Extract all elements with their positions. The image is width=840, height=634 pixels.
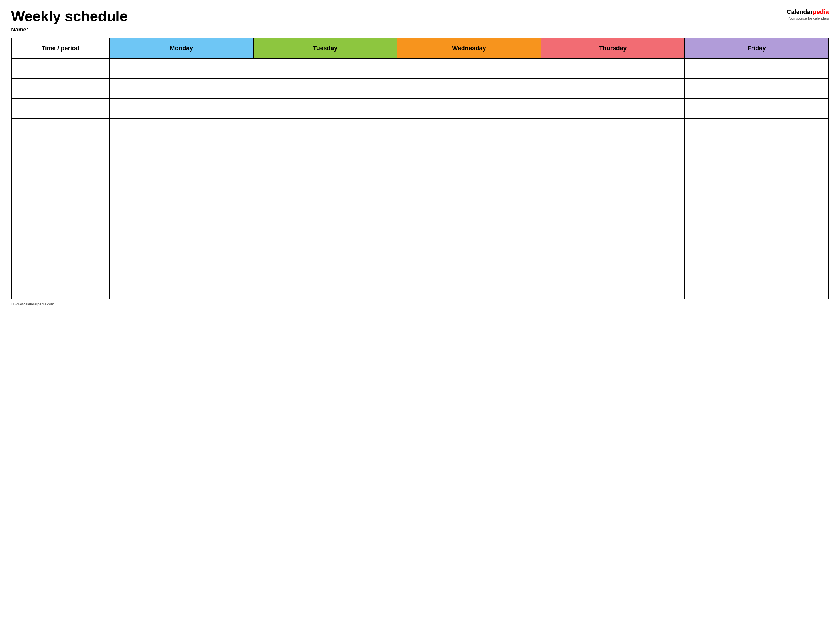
cell-row11-col2[interactable] [109,259,253,279]
title-section: Weekly schedule Name: [11,8,128,33]
cell-row11-col6[interactable] [685,259,829,279]
cell-row1-col6[interactable] [685,58,829,78]
cell-row3-col6[interactable] [685,98,829,118]
table-row [11,179,829,199]
cell-row8-col3[interactable] [253,199,397,219]
cell-row9-col6[interactable] [685,219,829,239]
cell-row3-col2[interactable] [109,98,253,118]
cell-row7-col1[interactable] [11,179,109,199]
cell-row8-col5[interactable] [541,199,685,219]
table-header-row: Time / period Monday Tuesday Wednesday T… [11,38,829,58]
cell-row4-col4[interactable] [397,118,541,139]
cell-row12-col3[interactable] [253,279,397,299]
footer: © www.calendarpedia.com [11,302,829,306]
cell-row8-col1[interactable] [11,199,109,219]
table-row [11,78,829,98]
cell-row10-col3[interactable] [253,239,397,259]
header-thursday: Thursday [541,38,685,58]
header-wednesday: Wednesday [397,38,541,58]
cell-row2-col6[interactable] [685,78,829,98]
cell-row8-col6[interactable] [685,199,829,219]
cell-row4-col1[interactable] [11,118,109,139]
cell-row2-col3[interactable] [253,78,397,98]
cell-row10-col2[interactable] [109,239,253,259]
cell-row4-col6[interactable] [685,118,829,139]
cell-row3-col4[interactable] [397,98,541,118]
cell-row12-col2[interactable] [109,279,253,299]
header-time: Time / period [11,38,109,58]
cell-row9-col1[interactable] [11,219,109,239]
cell-row8-col4[interactable] [397,199,541,219]
cell-row12-col6[interactable] [685,279,829,299]
cell-row7-col5[interactable] [541,179,685,199]
logo-section: Calendarpedia Your source for calendars [786,8,829,21]
cell-row2-col2[interactable] [109,78,253,98]
table-row [11,118,829,139]
cell-row11-col5[interactable] [541,259,685,279]
header-tuesday: Tuesday [253,38,397,58]
cell-row3-col1[interactable] [11,98,109,118]
cell-row1-col4[interactable] [397,58,541,78]
cell-row12-col1[interactable] [11,279,109,299]
logo-red-text: pedia [813,8,829,15]
cell-row1-col5[interactable] [541,58,685,78]
header-monday: Monday [109,38,253,58]
cell-row10-col5[interactable] [541,239,685,259]
cell-row5-col3[interactable] [253,139,397,159]
table-row [11,98,829,118]
weekly-schedule-table: Time / period Monday Tuesday Wednesday T… [11,38,829,299]
footer-url: © www.calendarpedia.com [11,302,54,306]
cell-row10-col1[interactable] [11,239,109,259]
cell-row7-col4[interactable] [397,179,541,199]
logo-black-text: Calendar [786,8,813,15]
cell-row2-col5[interactable] [541,78,685,98]
cell-row12-col5[interactable] [541,279,685,299]
cell-row10-col6[interactable] [685,239,829,259]
cell-row5-col2[interactable] [109,139,253,159]
cell-row9-col3[interactable] [253,219,397,239]
cell-row1-col2[interactable] [109,58,253,78]
cell-row9-col2[interactable] [109,219,253,239]
page-header: Weekly schedule Name: Calendarpedia Your… [11,8,829,33]
cell-row5-col4[interactable] [397,139,541,159]
cell-row3-col3[interactable] [253,98,397,118]
cell-row7-col2[interactable] [109,179,253,199]
cell-row2-col1[interactable] [11,78,109,98]
cell-row11-col4[interactable] [397,259,541,279]
cell-row5-col6[interactable] [685,139,829,159]
table-row [11,139,829,159]
cell-row11-col3[interactable] [253,259,397,279]
cell-row6-col4[interactable] [397,159,541,179]
logo-brand: Calendarpedia [786,8,829,16]
table-row [11,199,829,219]
cell-row5-col1[interactable] [11,139,109,159]
cell-row3-col5[interactable] [541,98,685,118]
name-label: Name: [11,27,128,33]
table-row [11,259,829,279]
cell-row10-col4[interactable] [397,239,541,259]
cell-row7-col6[interactable] [685,179,829,199]
page-title: Weekly schedule [11,8,128,24]
cell-row4-col5[interactable] [541,118,685,139]
table-row [11,159,829,179]
cell-row6-col5[interactable] [541,159,685,179]
cell-row4-col3[interactable] [253,118,397,139]
cell-row1-col3[interactable] [253,58,397,78]
cell-row6-col2[interactable] [109,159,253,179]
table-row [11,239,829,259]
logo-subtitle: Your source for calendars [788,16,829,21]
cell-row7-col3[interactable] [253,179,397,199]
cell-row6-col6[interactable] [685,159,829,179]
cell-row6-col3[interactable] [253,159,397,179]
cell-row6-col1[interactable] [11,159,109,179]
cell-row4-col2[interactable] [109,118,253,139]
cell-row2-col4[interactable] [397,78,541,98]
cell-row5-col5[interactable] [541,139,685,159]
cell-row12-col4[interactable] [397,279,541,299]
cell-row9-col4[interactable] [397,219,541,239]
cell-row8-col2[interactable] [109,199,253,219]
cell-row1-col1[interactable] [11,58,109,78]
cell-row9-col5[interactable] [541,219,685,239]
cell-row11-col1[interactable] [11,259,109,279]
table-row [11,219,829,239]
